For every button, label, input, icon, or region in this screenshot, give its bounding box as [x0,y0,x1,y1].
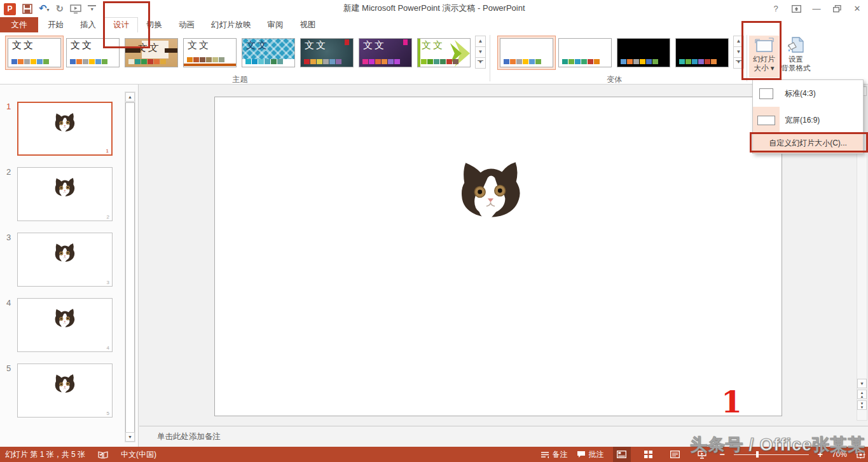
cat-image-thumbnail [52,308,78,329]
slide-size-button[interactable]: 幻灯片 大小 ▾ [749,36,779,78]
cat-image[interactable] [455,158,527,223]
slide-number: 3 [6,233,11,242]
thumbnail-scrollbar[interactable]: ▲ ▼ [125,92,135,442]
slide-thumbnail-3[interactable]: 3 [17,233,113,287]
reading-view-button[interactable] [666,447,684,462]
slide-list-item: 55 [17,363,113,418]
window-controls: ? — ✕ [770,0,865,17]
theme-preview: 文文 [8,38,61,67]
language-indicator[interactable]: 中文(中国) [121,449,156,460]
theme-thumbnail-5[interactable]: 文文 [239,36,298,70]
tab-视图[interactable]: 视图 [292,17,324,32]
variant-preview [500,38,553,67]
ribbon-tab-row: 文件 开始插入设计切换动画幻灯片放映审阅视图 [0,17,868,32]
slide-thumbnail-4[interactable]: 4 [17,298,113,352]
menu-item-1[interactable]: 标准(4:3) [753,80,863,107]
gallery-scroll-down-icon[interactable]: ▼ [733,46,744,58]
tab-审阅[interactable]: 审阅 [259,17,292,32]
variants-gallery [497,36,731,70]
slide-canvas[interactable]: 1 [214,97,782,416]
next-slide-icon[interactable]: ▼▼ [857,400,867,410]
slide-thumbnail-2[interactable]: 2 [17,167,113,221]
slide-list-item: 22 [17,167,113,221]
cat-image-thumbnail [52,373,78,395]
powerpoint-window: P ↶▾ ↻ ▾ 新建 Microsoft PowerPoint 演示文稿 - … [0,0,868,462]
slide-thumbnail-1[interactable]: 1 [17,102,113,156]
minimize-icon[interactable]: — [811,3,822,15]
color-swatches [362,59,400,64]
theme-sample-text: 文文 [363,39,386,51]
theme-sample-text: 文文 [305,39,327,51]
comments-toggle[interactable]: 批注 [577,449,604,460]
thumbnail-page-number: 4 [107,345,109,351]
theme-thumbnail-4[interactable]: 文文 [181,36,239,70]
variant-thumbnail-2[interactable] [556,36,614,70]
scroll-down-icon[interactable]: ▼ [857,379,867,388]
close-icon[interactable]: ✕ [851,3,863,15]
color-swatches [421,59,458,64]
format-background-label-line2: 背景格式 [782,64,811,72]
theme-sample-text: 文文 [137,42,160,54]
variant-thumbnail-1[interactable] [497,36,556,70]
menu-item-2[interactable]: 宽屏(16:9) [753,107,863,133]
aspect-ratio-icon [753,80,780,107]
gallery-scroll-down-icon[interactable]: ▼ [475,46,486,58]
color-swatches [187,57,224,62]
theme-thumbnail-6[interactable]: 文文 [298,36,356,70]
slide-counter: 幻灯片 第 1 张，共 5 张 [5,449,85,460]
slide-size-icon [754,36,775,55]
variant-thumbnail-3[interactable] [614,36,673,70]
watermark: 头条号 / Office张某某 [690,433,865,456]
theme-preview: 文文 [242,38,295,67]
slide-thumbnail-5[interactable]: 5 [17,363,113,418]
tab-动画[interactable]: 动画 [170,17,203,32]
ribbon-display-options-icon[interactable] [790,3,802,15]
theme-thumbnail-1[interactable]: 文文 [5,36,64,70]
variant-thumbnail-4[interactable] [673,36,731,70]
color-swatches [679,59,717,64]
slide-list-item: 33 [17,233,113,287]
tab-开始[interactable]: 开始 [39,17,72,32]
color-swatches [621,59,658,64]
help-icon[interactable]: ? [770,3,782,15]
format-background-button[interactable]: 设置 背景格式 [781,36,811,78]
gallery-scroll-up-icon[interactable]: ▲ [733,36,744,47]
theme-thumbnail-8[interactable]: 文文 [415,36,473,70]
comments-icon [577,451,586,458]
gallery-more-icon[interactable]: ▼ [733,57,744,69]
restore-icon[interactable] [831,3,843,15]
theme-thumbnail-7[interactable]: 文文 [356,36,415,70]
group-divider [747,35,747,81]
slide-sorter-view-button[interactable] [640,447,658,462]
scroll-up-icon[interactable]: ▲ [125,92,135,102]
tab-切换[interactable]: 切换 [138,17,170,32]
gallery-scroll-up-icon[interactable]: ▲ [475,36,486,47]
theme-thumbnail-2[interactable]: 文文 [64,36,122,70]
previous-slide-icon[interactable]: ▲▲ [857,390,867,399]
theme-sample-text: 文文 [71,39,93,51]
theme-sample-text: 文文 [422,39,444,51]
workspace: 1122334455 ▲ ▼ 1 单击此处添加备注 ▲ ▼ ▲▲ ▼▼ [0,85,868,447]
gallery-more-icon[interactable]: ▼ [475,57,486,69]
theme-sample-text: 文文 [12,39,35,51]
tab-file[interactable]: 文件 [0,17,38,32]
slide-number: 4 [6,298,11,308]
ribbon-design: 文文文文文文文文文文文文文文文文 ▲ ▼ ▼ 主题 ▲ ▼ ▼ 变体 幻灯片 [0,32,868,85]
color-swatches [245,59,283,64]
tab-设计[interactable]: 设计 [104,17,138,32]
scroll-down-icon[interactable]: ▼ [125,432,135,442]
menu-item-3[interactable]: 自定义幻灯片大小(C)... [753,133,863,153]
window-title: 新建 Microsoft PowerPoint 演示文稿 - PowerPoin… [0,0,868,17]
thumbnail-page-number: 3 [107,280,109,285]
theme-preview: 文文 [66,38,120,67]
variant-preview [675,38,729,67]
normal-view-button[interactable] [613,447,631,462]
notes-icon [541,451,549,458]
tab-幻灯片放映[interactable]: 幻灯片放映 [203,17,259,32]
scrollbar-thumb[interactable] [125,102,135,433]
spell-check-icon[interactable] [98,451,108,459]
theme-thumbnail-3[interactable]: 文文 [122,36,181,70]
ribbon-tabs: 开始插入设计切换动画幻灯片放映审阅视图 [39,17,324,32]
tab-插入[interactable]: 插入 [72,17,104,32]
notes-toggle[interactable]: 备注 [541,449,568,460]
